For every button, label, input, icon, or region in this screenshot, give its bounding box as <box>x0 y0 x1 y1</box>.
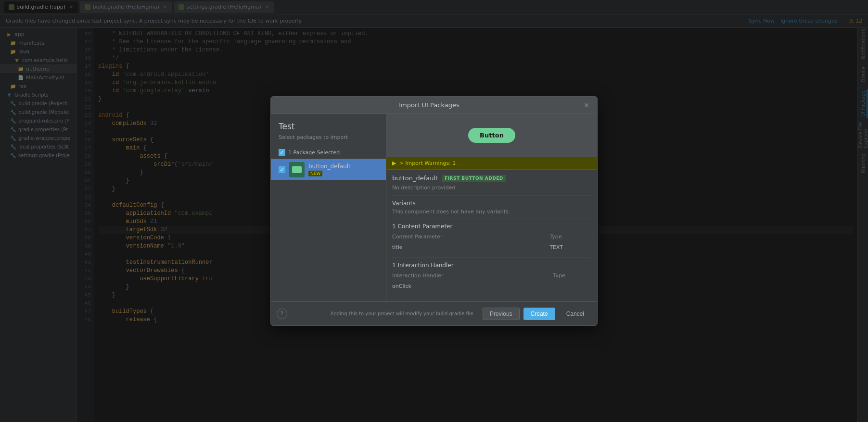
detail-component-badge: FIRST BUTTON ADDED <box>442 175 506 182</box>
create-button[interactable]: Create <box>523 308 555 320</box>
detail-divider-3 <box>392 258 591 258</box>
content-param-name: title <box>392 242 549 253</box>
cancel-button[interactable]: Cancel <box>559 308 591 320</box>
content-param-row: title TEXT <box>392 242 591 253</box>
detail-description: No description provided <box>392 185 591 191</box>
component-preview-area: Button <box>386 114 597 157</box>
package-item-button-default[interactable]: ✓ button_default NEW <box>271 159 386 180</box>
dialog-section-title: Test <box>279 122 378 131</box>
variants-title: Variants <box>392 200 591 207</box>
dialog-right-panel: Button ▶ > Import Warnings: 1 button_def… <box>386 114 597 301</box>
footer-note: Adding this to your project will modify … <box>331 311 475 316</box>
content-param-table: Content Parameter Type title TEXT <box>392 232 591 253</box>
package-checkbox-button-default[interactable]: ✓ <box>279 166 285 173</box>
warnings-label: > Import Warnings: 1 <box>399 160 456 166</box>
package-thumb-inner <box>292 166 302 173</box>
package-name: button_default <box>308 163 378 170</box>
import-warnings-bar[interactable]: ▶ > Import Warnings: 1 <box>386 157 597 170</box>
preview-button: Button <box>468 128 515 143</box>
package-list: ✓ button_default NEW <box>271 159 386 301</box>
dialog-footer: ? Adding this to your project will modif… <box>271 301 597 325</box>
package-thumbnail <box>289 162 305 177</box>
interaction-table: Interaction Handler Type onClick <box>392 271 591 292</box>
package-new-badge: NEW <box>308 171 322 176</box>
content-param-title: 1 Content Parameter <box>392 223 591 230</box>
detail-component-name: button_default <box>392 174 438 182</box>
interaction-row-placeholder: onClick <box>392 281 591 292</box>
dialog-titlebar: Import UI Packages ✕ <box>271 97 597 114</box>
package-selected-row: ✓ 1 Package Selected <box>271 146 386 159</box>
variants-desc: This component does not have any variant… <box>392 209 591 215</box>
interaction-col2: Type <box>553 271 591 281</box>
dialog-left-header: Test Select packages to import <box>271 114 386 146</box>
package-selected-label: 1 Package Selected <box>288 149 340 156</box>
dialog-section-subtitle: Select packages to import <box>279 134 378 140</box>
dialog-close-button[interactable]: ✕ <box>582 100 591 110</box>
modal-overlay: Import UI Packages ✕ Test Select package… <box>0 0 868 422</box>
import-ui-packages-dialog: Import UI Packages ✕ Test Select package… <box>270 96 598 326</box>
interaction-title: 1 Interaction Handler <box>392 262 591 269</box>
dialog-left-panel: Test Select packages to import ✓ 1 Packa… <box>271 114 386 301</box>
detail-divider-2 <box>392 219 591 219</box>
content-param-type: TEXT <box>549 242 591 253</box>
content-param-col1: Content Parameter <box>392 232 549 242</box>
dialog-title: Import UI Packages <box>277 101 582 109</box>
chevron-right-icon: ▶ <box>392 160 396 166</box>
detail-divider-1 <box>392 196 591 196</box>
component-detail-scroll[interactable]: button_default FIRST BUTTON ADDED No des… <box>386 170 597 301</box>
detail-name-row: button_default FIRST BUTTON ADDED <box>392 174 591 182</box>
content-param-col2: Type <box>549 232 591 242</box>
package-info: button_default NEW <box>308 163 378 176</box>
help-button[interactable]: ? <box>277 309 287 319</box>
previous-button[interactable]: Previous <box>483 308 520 320</box>
select-all-checkbox[interactable]: ✓ <box>279 149 285 156</box>
dialog-body: Test Select packages to import ✓ 1 Packa… <box>271 114 597 301</box>
interaction-col1: Interaction Handler <box>392 271 553 281</box>
